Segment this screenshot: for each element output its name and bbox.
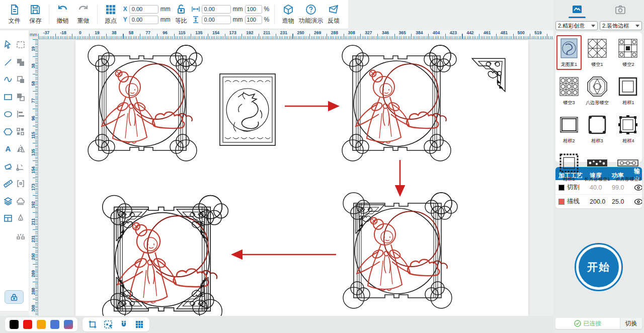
save-label: 保存 xyxy=(29,17,41,25)
subcategory-dropdown[interactable]: 2.装饰边框 xyxy=(600,21,642,30)
width-input[interactable] xyxy=(202,5,231,14)
process-row-1[interactable]: 描线200.025.0 xyxy=(555,194,642,208)
h-ruler-tick: 481 xyxy=(501,30,508,35)
select-objects-icon[interactable] xyxy=(103,319,114,330)
ellipse-tool-icon[interactable] xyxy=(2,108,14,120)
start-button[interactable]: 开始 xyxy=(575,243,623,291)
toolbar-separator xyxy=(97,5,98,24)
h-ruler-tick: 519 xyxy=(534,30,541,35)
polygon-tool-icon[interactable] xyxy=(2,126,14,138)
undo-button[interactable]: 撤销 xyxy=(52,4,73,25)
align-tool-icon[interactable] xyxy=(15,108,27,120)
h-ruler-tick: 173 xyxy=(229,30,236,35)
eraser-tool-icon[interactable] xyxy=(2,160,14,173)
h-ruler-tick: 269 xyxy=(314,30,321,35)
height-percent-input[interactable] xyxy=(245,16,262,24)
canvas-lock-button[interactable] xyxy=(5,290,24,304)
h-ruler-tick: 500 xyxy=(518,30,525,35)
pattern-image xyxy=(586,152,608,174)
x-position-input[interactable] xyxy=(129,5,158,14)
visibility-eye-icon[interactable] xyxy=(634,184,642,191)
y-axis-label: Y xyxy=(123,16,127,23)
canvas-area[interactable]: mm -37-180193858779611513515417319221123… xyxy=(29,30,553,317)
artboard-step2 xyxy=(342,45,456,161)
panel-tabs xyxy=(555,2,642,20)
text-tool-icon[interactable]: A xyxy=(2,143,14,155)
pattern-thumbnail-5[interactable]: 相框1 xyxy=(613,73,644,108)
file-icon xyxy=(9,4,21,16)
redo-icon xyxy=(77,4,90,16)
h-ruler-tick: 442 xyxy=(466,30,473,35)
color-swatch-0[interactable] xyxy=(10,320,19,329)
height-input[interactable] xyxy=(202,16,231,24)
tool-row xyxy=(0,210,29,227)
tab-camera[interactable] xyxy=(612,4,629,18)
v-ruler-tick: 96 xyxy=(31,114,36,122)
layers-tool-icon[interactable] xyxy=(2,195,14,207)
switch-device-button[interactable]: 切换 xyxy=(620,318,642,329)
horizontal-ruler: -37-180193858779611513515417319221123125… xyxy=(38,30,553,39)
tool-rows: A xyxy=(0,36,29,244)
origin-button[interactable]: 原点 xyxy=(100,4,121,25)
width-percent-input[interactable] xyxy=(245,5,262,14)
array-table-tool-icon[interactable] xyxy=(2,212,14,224)
split-tool-icon[interactable] xyxy=(15,230,27,242)
bracket-group-tool-icon[interactable] xyxy=(15,178,27,190)
boolean-combine-tool-icon[interactable] xyxy=(15,91,27,103)
color-swatch-3[interactable] xyxy=(50,320,59,329)
start-area: 开始 xyxy=(553,220,644,314)
proportional-lock-button[interactable]: 等比 xyxy=(173,4,190,25)
pattern-thumbnail-2[interactable]: 镂空2 xyxy=(613,35,644,70)
distribute-tool-icon[interactable] xyxy=(15,126,27,138)
boolean-clone-tool-icon[interactable] xyxy=(15,73,27,86)
pattern-thumbnail-10[interactable]: 长方形镂空1 xyxy=(582,150,613,185)
pattern-thumbnail-6[interactable]: 相框2 xyxy=(556,112,582,146)
pattern-label: 镂空1 xyxy=(591,61,603,68)
magnet-icon[interactable] xyxy=(118,319,129,330)
marquee-select-tool-icon[interactable] xyxy=(15,39,27,51)
color-swatch-2[interactable] xyxy=(37,320,46,329)
y-position-input[interactable] xyxy=(129,16,158,24)
process-power: 99.0 xyxy=(612,184,634,191)
pattern-thumbnail-8[interactable]: 相框4 xyxy=(613,112,644,146)
pattern-thumbnail-1[interactable]: 镂空1 xyxy=(582,35,613,70)
redo-button[interactable]: 重做 xyxy=(73,4,94,25)
category-dropdown[interactable]: 2.精彩创意 xyxy=(555,21,598,30)
pattern-thumbnail-3[interactable]: 镂空3 xyxy=(556,73,582,108)
design-stage[interactable] xyxy=(38,39,553,317)
origin-label: 原点 xyxy=(105,17,117,25)
measure-tool-icon[interactable] xyxy=(2,178,14,190)
mirror-tool-icon[interactable] xyxy=(15,143,27,155)
h-ruler-tick: 423 xyxy=(450,30,457,35)
pen-tool-icon[interactable] xyxy=(15,212,27,224)
gradient-swatch[interactable] xyxy=(64,320,73,329)
file-button[interactable]: 文件 xyxy=(4,4,25,25)
height-icon xyxy=(192,16,200,23)
line-tool-icon[interactable] xyxy=(2,56,14,68)
feedback-button[interactable]: 反馈 xyxy=(324,4,344,25)
v-ruler-tick: 38 xyxy=(31,62,36,70)
color-swatch-1[interactable] xyxy=(23,320,32,329)
boolean-union-tool-icon[interactable] xyxy=(15,56,27,68)
node-edit-tool-icon[interactable] xyxy=(15,160,27,173)
v-ruler-tick: 250 xyxy=(31,253,36,261)
tool-sidebar: A xyxy=(0,30,29,311)
pattern-thumbnail-0[interactable]: 龙图案1 xyxy=(556,35,582,70)
process-name: 描线 xyxy=(558,197,590,206)
create-button[interactable]: 造物 xyxy=(278,4,298,25)
rectangle-tool-icon[interactable] xyxy=(2,91,14,103)
feedback-label: 反馈 xyxy=(328,17,340,25)
select-tool-icon[interactable] xyxy=(2,39,14,51)
pattern-library-card: 龙图案1镂空1镂空2镂空3八边形镂空相框1相框2相框3相框4相框5长方形镂空1长… xyxy=(555,32,642,162)
crop-frame-icon[interactable] xyxy=(87,319,98,330)
feature-demo-button[interactable]: 功能演示 xyxy=(298,4,323,25)
grid-icon[interactable] xyxy=(134,319,145,330)
save-button[interactable]: 保存 xyxy=(25,4,45,25)
tab-materials[interactable] xyxy=(569,4,586,18)
weld-tool-icon[interactable] xyxy=(15,195,27,207)
pattern-thumbnail-4[interactable]: 八边形镂空 xyxy=(582,73,613,108)
visibility-eye-icon[interactable] xyxy=(634,198,642,205)
feedback-icon xyxy=(328,4,340,16)
curve-tool-icon[interactable] xyxy=(2,73,14,86)
pattern-thumbnail-7[interactable]: 相框3 xyxy=(582,112,613,146)
